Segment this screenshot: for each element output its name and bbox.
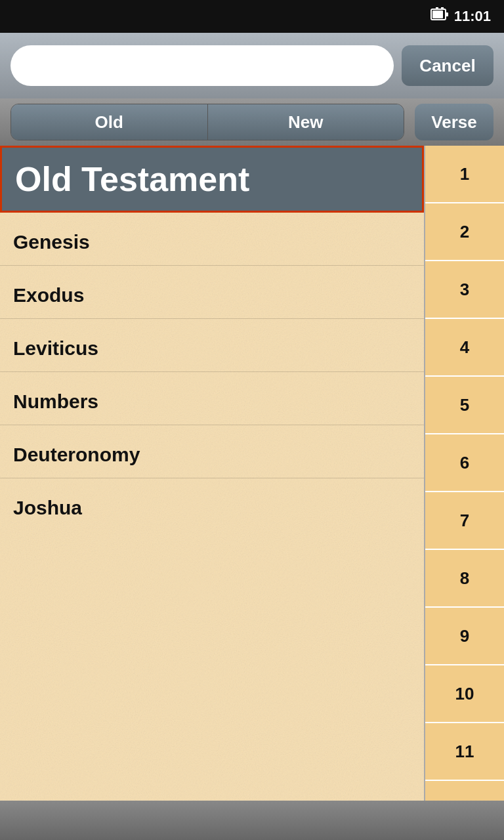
book-item[interactable]: Genesis	[0, 213, 424, 266]
book-item[interactable]: Numbers	[0, 372, 424, 425]
book-item[interactable]: Joshua	[0, 478, 424, 531]
svg-rect-3	[436, 7, 438, 9]
verse-button[interactable]: Verse	[415, 104, 494, 140]
time-display: 11:01	[454, 8, 491, 25]
books-container: GenesisExodusLeviticusNumbersDeuteronomy…	[0, 213, 424, 531]
book-item[interactable]: Leviticus	[0, 319, 424, 372]
verse-number-item[interactable]: 4	[425, 319, 504, 377]
status-bar: 11:01	[0, 0, 504, 33]
tab-new[interactable]: New	[208, 104, 404, 140]
verse-container: 123456789101112	[425, 146, 504, 801]
books-list: Old Testament GenesisExodusLeviticusNumb…	[0, 146, 425, 801]
verse-number-item[interactable]: 2	[425, 203, 504, 261]
tabs-row: Old New Verse	[0, 98, 504, 146]
testament-tabs: Old New	[10, 104, 404, 140]
svg-rect-4	[441, 7, 444, 9]
verse-number-item[interactable]: 6	[425, 434, 504, 492]
verse-number-item[interactable]: 8	[425, 550, 504, 608]
verse-number-item[interactable]: 5	[425, 377, 504, 434]
verse-number-item[interactable]: 10	[425, 665, 504, 723]
verse-number-item[interactable]: 9	[425, 608, 504, 665]
verse-number-item[interactable]: 11	[425, 723, 504, 781]
verse-number-item[interactable]: 7	[425, 492, 504, 550]
book-item[interactable]: Exodus	[0, 266, 424, 319]
verse-sidebar: 123456789101112	[425, 146, 504, 801]
cancel-button[interactable]: Cancel	[402, 45, 494, 86]
top-bar: Cancel	[0, 33, 504, 98]
testament-header[interactable]: Old Testament	[0, 146, 424, 213]
verse-number-item[interactable]: 12	[425, 781, 504, 801]
svg-rect-1	[432, 10, 443, 18]
svg-rect-2	[446, 12, 448, 16]
search-input[interactable]	[10, 45, 394, 86]
tab-old[interactable]: Old	[11, 104, 208, 140]
verse-number-item[interactable]: 3	[425, 261, 504, 319]
book-item[interactable]: Deuteronomy	[0, 425, 424, 478]
status-icons: 11:01	[430, 7, 491, 26]
battery-icon	[430, 7, 449, 26]
main-content: Old Testament GenesisExodusLeviticusNumb…	[0, 146, 504, 801]
bottom-bar	[0, 801, 504, 840]
verse-number-item[interactable]: 1	[425, 146, 504, 203]
